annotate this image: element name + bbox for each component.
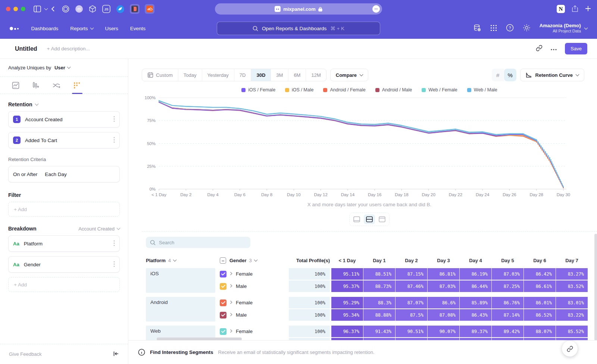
minimize-window-button[interactable] bbox=[13, 7, 18, 11]
give-feedback-link[interactable]: Give Feedback bbox=[9, 351, 41, 357]
legend-item[interactable]: iOS / Female bbox=[241, 87, 275, 92]
retention-section-label[interactable]: Retention bbox=[8, 101, 32, 107]
legend-item[interactable]: Android / Female bbox=[323, 87, 365, 92]
extension-ring-icon[interactable] bbox=[62, 5, 70, 13]
retention-value-cell[interactable]: 87.15% bbox=[396, 268, 427, 280]
window-controls[interactable] bbox=[6, 7, 25, 11]
tab-retention[interactable] bbox=[73, 77, 81, 94]
retention-value-cell[interactable]: 87.03% bbox=[428, 280, 459, 292]
series-checkbox[interactable] bbox=[220, 328, 226, 335]
select-all-checkbox[interactable]: – bbox=[220, 257, 226, 264]
legend-item[interactable]: iOS / Male bbox=[285, 87, 313, 92]
retention-step-1[interactable]: 1 Account Created bbox=[8, 111, 120, 128]
save-button[interactable]: Save bbox=[565, 43, 587, 54]
range-yesterday[interactable]: Yesterday bbox=[202, 69, 234, 81]
retention-value-cell[interactable]: 88.51% bbox=[363, 268, 395, 280]
report-description-placeholder[interactable]: + Add description... bbox=[47, 46, 90, 51]
range-6m[interactable]: 6M bbox=[288, 69, 306, 81]
layout-split-button[interactable] bbox=[364, 214, 375, 224]
retention-value-cell[interactable]: 83.22% bbox=[556, 309, 588, 321]
absolute-numbers-toggle[interactable]: # bbox=[492, 69, 504, 81]
settings-gear-icon[interactable] bbox=[523, 24, 531, 33]
apps-grid-icon[interactable] bbox=[490, 25, 497, 32]
kebab-menu-icon[interactable] bbox=[113, 240, 115, 247]
extension-bird-icon[interactable] bbox=[116, 5, 125, 13]
retention-value-cell[interactable]: 95.11% bbox=[331, 268, 363, 280]
nav-users[interactable]: Users bbox=[105, 26, 118, 31]
copy-link-icon[interactable] bbox=[536, 45, 543, 53]
range-custom[interactable]: Custom bbox=[142, 69, 178, 81]
vertical-scrollbar[interactable] bbox=[594, 234, 597, 341]
tab-funnels[interactable] bbox=[32, 77, 40, 94]
retention-value-cell[interactable]: 87.08% bbox=[428, 309, 459, 321]
expand-chevron-icon[interactable] bbox=[230, 271, 232, 277]
breakdown-platform[interactable]: Aa Platform bbox=[8, 235, 120, 252]
retention-value-cell[interactable]: 83.01% bbox=[556, 297, 588, 308]
tab-flows[interactable] bbox=[52, 77, 60, 94]
kebab-menu-icon[interactable] bbox=[113, 261, 115, 268]
extension-soundcloud-tile[interactable] bbox=[145, 4, 154, 14]
percentage-toggle[interactable]: % bbox=[504, 69, 516, 81]
retention-value-cell[interactable]: 96.37% bbox=[331, 326, 363, 337]
retention-value-cell[interactable]: 87.14% bbox=[492, 309, 523, 321]
extension-cube-icon[interactable] bbox=[88, 5, 97, 13]
retention-value-cell[interactable]: 89.42% bbox=[492, 326, 523, 337]
legend-item[interactable]: Android / Male bbox=[375, 87, 412, 92]
more-options-icon[interactable] bbox=[551, 46, 557, 51]
extension-m-icon[interactable]: m bbox=[75, 5, 83, 13]
retention-value-cell[interactable]: 87.46% bbox=[396, 280, 427, 292]
platform-column-header[interactable]: Platform4 bbox=[146, 258, 215, 263]
retention-value-cell[interactable]: 86.44% bbox=[460, 280, 491, 292]
help-icon[interactable]: ? bbox=[506, 24, 514, 33]
zoom-window-button[interactable] bbox=[21, 7, 25, 11]
retention-value-cell[interactable]: 86.81% bbox=[428, 268, 459, 280]
tab-insights[interactable] bbox=[12, 77, 19, 94]
retention-value-cell[interactable]: 87.03% bbox=[492, 268, 523, 280]
retention-value-cell[interactable]: 88.07% bbox=[524, 326, 556, 337]
address-bar[interactable]: mixpanel.com bbox=[215, 3, 382, 15]
retention-value-cell[interactable]: 86.52% bbox=[524, 309, 556, 321]
global-search-button[interactable]: Open Reports & Dashboards ⌘ + K bbox=[217, 22, 380, 35]
range-today[interactable]: Today bbox=[178, 69, 202, 81]
breakdown-gender[interactable]: Aa Gender bbox=[8, 256, 120, 273]
legend-item[interactable]: Web / Male bbox=[467, 87, 497, 92]
breakdown-scope-selector[interactable]: Account Created bbox=[78, 226, 120, 232]
extensions-more-button[interactable] bbox=[372, 5, 380, 13]
retention-chart[interactable]: 100%75%50%25%0%< 1 DayDay 2Day 4Day 6Day… bbox=[142, 94, 597, 201]
series-checkbox[interactable] bbox=[220, 283, 226, 290]
find-segments-title[interactable]: Find Interesting Segments bbox=[150, 349, 213, 355]
retention-value-cell[interactable]: 90.07% bbox=[428, 326, 459, 337]
extension-loom-tile[interactable] bbox=[130, 4, 140, 14]
retention-value-cell[interactable]: 86.43% bbox=[460, 309, 491, 321]
nav-dashboards[interactable]: Dashboards bbox=[31, 26, 59, 31]
series-checkbox[interactable] bbox=[220, 271, 226, 277]
retention-value-cell[interactable]: 95.34% bbox=[331, 309, 363, 321]
expand-chevron-icon[interactable] bbox=[230, 283, 232, 289]
expand-chevron-icon[interactable] bbox=[230, 300, 232, 305]
retention-value-cell[interactable]: 88.3% bbox=[363, 297, 395, 308]
retention-value-cell[interactable]: 87.5% bbox=[396, 309, 427, 321]
analyze-entity-selector[interactable]: User bbox=[54, 65, 65, 70]
platform-cell[interactable]: iOS bbox=[146, 268, 215, 293]
collapse-sidebar-icon[interactable] bbox=[113, 351, 119, 358]
close-window-button[interactable] bbox=[6, 7, 10, 11]
range-3m[interactable]: 3M bbox=[271, 69, 288, 81]
retention-step-2[interactable]: 2 Added To Cart bbox=[8, 132, 120, 148]
share-icon[interactable] bbox=[572, 5, 578, 13]
project-switcher[interactable]: Amazonia {Demo} All Project Data bbox=[540, 23, 587, 34]
legend-item[interactable]: Web / Female bbox=[422, 87, 457, 92]
compare-button[interactable]: Compare bbox=[330, 69, 368, 81]
retention-value-cell[interactable]: 89.37% bbox=[460, 326, 491, 337]
table-search-input[interactable]: Search bbox=[146, 237, 250, 248]
data-management-icon[interactable] bbox=[473, 24, 481, 33]
retention-value-cell[interactable]: 88.73% bbox=[363, 280, 395, 292]
notion-extension-icon[interactable]: N bbox=[557, 5, 565, 13]
retention-value-cell[interactable]: 86.42% bbox=[524, 268, 556, 280]
chart-type-selector[interactable]: Retention Curve bbox=[520, 69, 584, 81]
range-12m[interactable]: 12M bbox=[306, 69, 326, 81]
range-7d[interactable]: 7D bbox=[234, 69, 251, 81]
retention-value-cell[interactable]: 91.43% bbox=[363, 326, 395, 337]
kebab-menu-icon[interactable] bbox=[113, 116, 115, 123]
retention-value-cell[interactable]: 86.6% bbox=[428, 297, 459, 308]
nav-reports[interactable]: Reports bbox=[70, 26, 93, 31]
